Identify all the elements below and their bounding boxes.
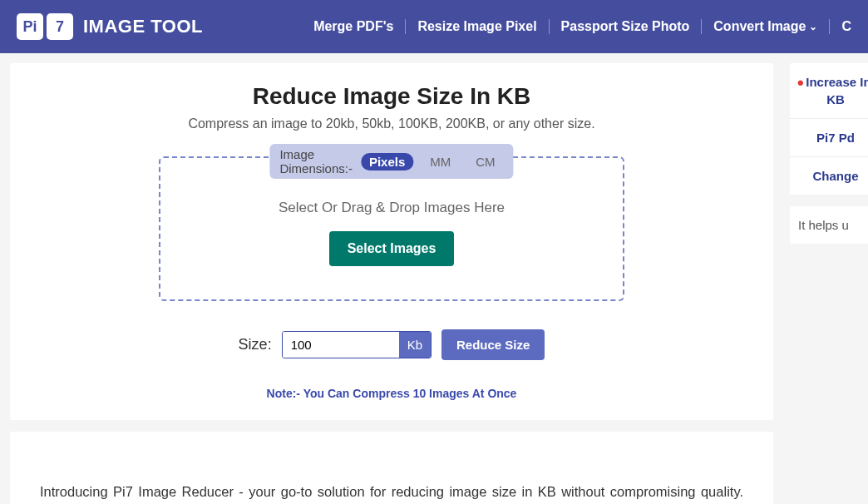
sidebar-card-info: It helps u [790, 206, 868, 244]
sidebar-helps-text: It helps u [790, 206, 868, 244]
size-input[interactable] [283, 332, 399, 358]
page-subtitle: Compress an image to 20kb, 50kb, 100KB, … [30, 116, 753, 131]
dimension-tab-cm[interactable]: CM [467, 153, 503, 170]
logo-square-7: 7 [47, 13, 73, 40]
main-card: Reduce Image Size In KB Compress an imag… [10, 63, 773, 420]
status-dot-icon: ● [796, 75, 804, 89]
nav-merge-pdfs[interactable]: Merge PDF's [302, 19, 406, 34]
nav-passport-photo[interactable]: Passport Size Photo [550, 19, 703, 34]
nav-links: Merge PDF's Resize Image Pixel Passport … [302, 19, 851, 34]
size-row: Size: Kb Reduce Size [30, 329, 753, 360]
sidebar-item-change[interactable]: Change [790, 157, 868, 195]
logo-square-pi: Pi [17, 13, 43, 40]
compress-note: Note:- You Can Compress 10 Images At Onc… [30, 387, 753, 400]
logo-title: IMAGE TOOL [83, 16, 203, 37]
dimension-tabs: Image Dimensions:- Pixels MM CM [269, 144, 513, 179]
drop-instruction: Select Or Drag & Drop Images Here [177, 200, 606, 216]
article-card: Introducing Pi7 Image Reducer - your go-… [10, 432, 773, 504]
nav-convert-label: Convert Image [713, 19, 806, 34]
nav-convert-image[interactable]: Convert Image ⌄ [702, 19, 830, 34]
dimension-label: Image Dimensions:- [279, 147, 353, 175]
sidebar-card-links: ●Increase Im KB Pi7 Pd Change [790, 63, 868, 195]
nav-last-partial[interactable]: C [830, 19, 851, 34]
sidebar-increase-l2: KB [826, 92, 845, 106]
sidebar-increase-l1: Increase Im [806, 75, 868, 89]
dropzone-container: Image Dimensions:- Pixels MM CM Select O… [159, 156, 624, 301]
sidebar: ●Increase Im KB Pi7 Pd Change It helps u [790, 63, 868, 504]
logo[interactable]: Pi 7 [17, 13, 73, 40]
select-images-button[interactable]: Select Images [329, 231, 455, 266]
sidebar-item-increase[interactable]: ●Increase Im KB [790, 63, 868, 119]
size-input-group: Kb [282, 331, 432, 358]
chevron-down-icon: ⌄ [809, 21, 817, 32]
sidebar-item-pi7pd[interactable]: Pi7 Pd [790, 119, 868, 157]
article-paragraph-1: Introducing Pi7 Image Reducer - your go-… [40, 482, 743, 504]
size-label: Size: [239, 336, 272, 353]
reduce-size-button[interactable]: Reduce Size [441, 329, 545, 360]
page-title: Reduce Image Size In KB [30, 83, 753, 110]
top-nav: Pi 7 IMAGE TOOL Merge PDF's Resize Image… [0, 0, 868, 53]
dimension-tab-pixels[interactable]: Pixels [361, 153, 413, 170]
nav-resize-pixel[interactable]: Resize Image Pixel [406, 19, 549, 34]
dimension-tab-mm[interactable]: MM [422, 153, 459, 170]
size-unit: Kb [399, 332, 431, 358]
